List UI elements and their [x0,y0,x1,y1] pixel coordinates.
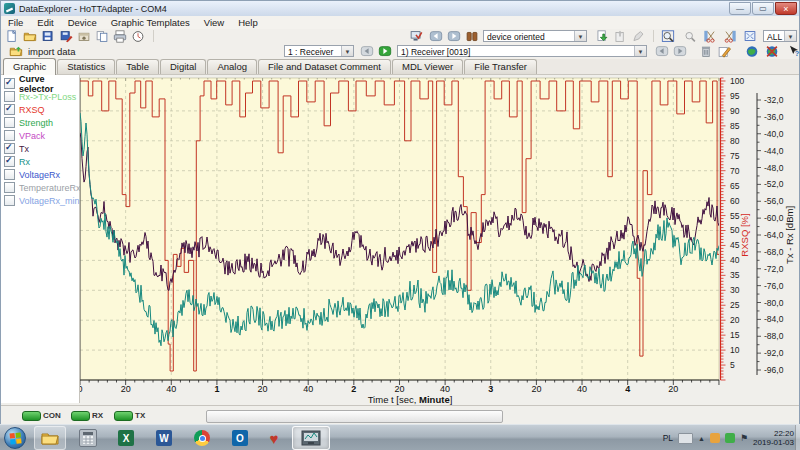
delete-record-icon[interactable] [699,45,713,58]
curve-selector-checkbox[interactable] [4,78,15,89]
tab-graphic[interactable]: Graphic [3,58,56,75]
curve-row-3[interactable]: VPack [1,129,79,142]
word-icon: W [156,430,172,446]
curve-row-5[interactable]: Rx [1,155,79,168]
tab-analog[interactable]: Analog [207,59,257,74]
window-title: DataExplorer - HoTTAdapter - COM4 [19,4,167,14]
minimize-button[interactable]: — [729,2,751,15]
time-icon[interactable] [131,30,145,43]
svg-text:20: 20 [668,384,678,394]
checkbox [4,182,15,193]
google-earth-off-icon[interactable] [765,45,779,58]
taskbar-chrome-button[interactable] [186,426,218,450]
calculator-icon [79,429,97,447]
menu-graphic-templates[interactable]: Graphic Templates [104,17,197,28]
next-view-icon[interactable] [447,30,461,43]
google-earth-icon[interactable] [745,45,759,58]
zoom-window-icon[interactable] [661,30,675,43]
graph-canvas[interactable]: 02040120402204032040420Time t [sec, Minu… [80,75,800,405]
curve-row-0[interactable]: Rx->Tx-PLoss [1,90,79,103]
tray-flag-icon[interactable]: ⚑ [740,433,748,443]
template-import-icon[interactable] [595,30,609,43]
tab-table[interactable]: Table [116,59,159,74]
svg-text:-60,0: -60,0 [764,213,784,223]
show-desktop-button[interactable] [795,425,800,450]
copy-view-icon[interactable] [95,30,109,43]
svg-text:25: 25 [730,300,740,310]
prev-view-icon[interactable] [429,30,443,43]
template-export-icon[interactable] [613,30,627,43]
taskbar-explorer-button[interactable] [34,426,66,450]
combo-arrow-icon[interactable]: ▼ [634,46,646,56]
import-data-icon[interactable] [9,45,23,58]
checkbox [4,143,15,154]
svg-text:-84,0: -84,0 [764,314,784,324]
next-record-icon[interactable] [673,45,687,58]
device-check-icon[interactable] [409,30,423,43]
curve-row-4[interactable]: Tx [1,142,79,155]
channel-combo[interactable]: 1 : Receiver▼ [284,45,354,57]
combo-arrow-icon[interactable]: ▼ [574,31,586,41]
open-file-icon[interactable] [23,30,37,43]
curve-selector-header[interactable]: Curve selector [1,77,79,90]
prev-channel-icon[interactable] [360,45,374,58]
svg-text:40: 40 [303,384,313,394]
cut-right-icon[interactable] [723,30,737,43]
clock-date: 2019-01-03 [753,438,794,447]
save-as-icon[interactable] [59,30,73,43]
menu-view[interactable]: View [197,17,231,28]
tab-digital[interactable]: Digital [160,59,206,74]
record-combo[interactable]: 1) Receiver [0019]▼ [397,45,647,57]
combo-arrow-icon[interactable]: ▼ [341,46,353,56]
cut-left-icon[interactable] [703,30,717,43]
curve-row-1[interactable]: RXSQ [1,103,79,116]
tab-statistics[interactable]: Statistics [57,59,115,74]
tab-file-transfer[interactable]: File Transfer [464,59,537,74]
taskbar-dataexplorer-button[interactable] [292,426,330,450]
menu-device[interactable]: Device [61,17,104,28]
taskbar-clock[interactable]: 22:20 2019-01-03 [753,429,794,447]
tray-network-icon[interactable] [725,433,735,443]
new-file-icon[interactable] [5,30,19,43]
maximize-button[interactable]: ▭ [752,2,774,15]
template-edit-icon[interactable] [631,30,645,43]
taskbar-outlook-button[interactable]: O [224,426,256,450]
keyboard-icon[interactable] [678,433,693,444]
taskbar-calculator-button[interactable] [72,426,104,450]
device-view-combo[interactable]: device oriented▼ [483,30,587,42]
taskbar-excel-button[interactable]: X [110,426,142,450]
taskbar-heart-button[interactable]: ♥ [258,426,290,450]
curve-row-2[interactable]: Strength [1,116,79,129]
title-bar[interactable]: DataExplorer - HoTTAdapter - COM4 — ▭ × [1,1,799,17]
svg-text:-48,0: -48,0 [764,163,784,173]
tab-mdl-viewer[interactable]: MDL Viewer [392,59,463,74]
next-channel-icon[interactable] [378,45,392,58]
menu-edit[interactable]: Edit [30,17,60,28]
curve-row-8[interactable]: VoltageRx_min [1,194,79,207]
language-indicator[interactable]: PL [663,433,673,443]
curve-row-7[interactable]: TemperatureRx [1,181,79,194]
import-data-label[interactable]: import data [28,46,76,57]
zoom-scale-combo[interactable]: ALL▼ [763,30,797,42]
combo-arrow-icon[interactable]: ▼ [784,31,796,41]
menu-help[interactable]: Help [231,17,265,28]
context-help-icon[interactable]: ? [787,45,800,58]
edit-record-icon[interactable] [717,45,731,58]
taskbar-word-button[interactable]: W [148,426,180,450]
settings-icon[interactable] [77,30,91,43]
curve-row-6[interactable]: VoltageRx [1,168,79,181]
prev-record-icon[interactable] [655,45,669,58]
print-icon[interactable] [113,30,127,43]
svg-text:-52,0: -52,0 [764,179,784,189]
tray-warning-icon[interactable] [710,433,720,443]
tab-file-dataset-comment[interactable]: File and Dataset Comment [258,59,391,74]
save-icon[interactable] [41,30,55,43]
start-button[interactable] [4,427,26,449]
tray-expand-icon[interactable]: ▲ [698,435,705,442]
fit-view-icon[interactable] [743,30,757,43]
zoom-off-icon[interactable] [683,30,697,43]
close-button[interactable]: × [775,2,797,15]
device-tool-icon[interactable] [465,30,479,43]
menu-file[interactable]: File [1,17,30,28]
svg-text:-64,0: -64,0 [764,230,784,240]
